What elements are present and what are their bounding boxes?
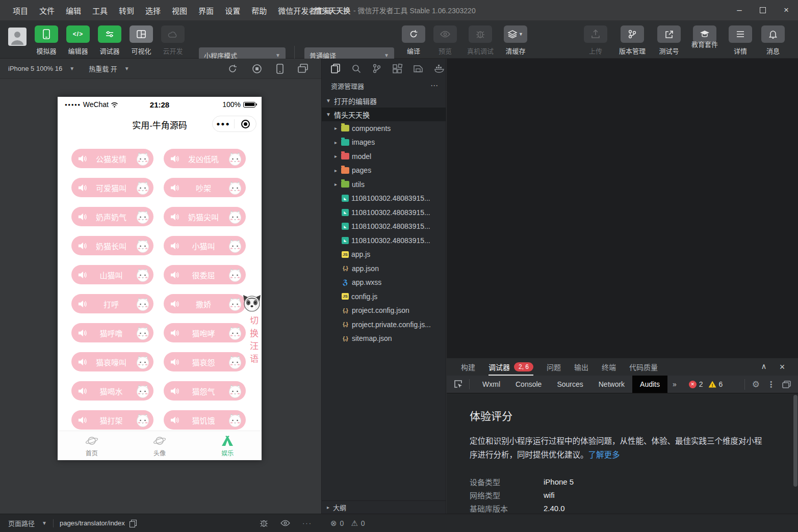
husky-floating-button[interactable] bbox=[242, 294, 262, 314]
menu-item[interactable]: 文件 bbox=[34, 5, 60, 16]
tree-item[interactable]: project.private.config.js... bbox=[322, 317, 446, 332]
tree-item[interactable]: project.config.json bbox=[322, 304, 446, 318]
preview-eye-icon[interactable] bbox=[280, 520, 290, 526]
save-panel-icon[interactable] bbox=[414, 64, 423, 73]
more-actions-icon[interactable]: ⋯ bbox=[430, 81, 439, 90]
dock-side-icon[interactable] bbox=[782, 381, 791, 388]
menu-item[interactable]: 设置 bbox=[219, 5, 246, 16]
sound-button[interactable]: 吵架 bbox=[164, 178, 246, 197]
device-select[interactable]: iPhone 5 100% 16▼ bbox=[8, 65, 74, 72]
console-counts[interactable]: ✕ 2 ! 6 bbox=[689, 380, 723, 388]
files-icon[interactable] bbox=[331, 64, 340, 73]
toolbar-version[interactable]: 版本管理 bbox=[615, 25, 649, 56]
sound-button[interactable]: 猫怨气 bbox=[164, 381, 246, 401]
toolbar-messages[interactable]: 消息 bbox=[760, 25, 786, 56]
panel-tab-quality[interactable]: 代码质量 bbox=[629, 358, 658, 376]
panel-tab-build[interactable]: 构建 bbox=[461, 358, 475, 376]
close-panel-button[interactable]: × bbox=[776, 362, 789, 373]
sound-button[interactable]: 可爱猫叫 bbox=[71, 178, 153, 197]
page-path-select[interactable]: 页面路径▼ bbox=[8, 518, 47, 528]
device-frame-icon[interactable] bbox=[276, 64, 284, 74]
menu-item[interactable]: 帮助 bbox=[246, 5, 272, 16]
panel-tab-issues[interactable]: 问题 bbox=[547, 358, 561, 376]
panel-tab-output[interactable]: 输出 bbox=[574, 358, 588, 376]
tree-item[interactable]: app.js bbox=[322, 248, 446, 262]
toolbar-test-account[interactable]: 测试号 bbox=[656, 25, 682, 56]
sound-button[interactable]: 猫喝水 bbox=[71, 381, 153, 401]
scrollbar[interactable] bbox=[793, 395, 797, 512]
tree-item[interactable]: app.json bbox=[322, 261, 446, 276]
tree-item[interactable]: app.wxss bbox=[322, 276, 446, 290]
sound-button[interactable]: 公猫发情 bbox=[71, 149, 153, 168]
tab-avatar[interactable]: 头像 bbox=[125, 431, 193, 460]
extensions-icon[interactable] bbox=[393, 64, 402, 73]
inspect-element-icon[interactable] bbox=[447, 379, 470, 389]
learn-more-link[interactable]: 了解更多 bbox=[588, 450, 620, 459]
sound-button[interactable]: 打呼 bbox=[71, 294, 153, 313]
tree-item[interactable]: ▸ images bbox=[322, 136, 446, 150]
panel-tab-terminal[interactable]: 终端 bbox=[602, 358, 616, 376]
kebab-menu-icon[interactable]: ⋮ bbox=[767, 380, 775, 389]
tree-item[interactable]: ▸ pages bbox=[322, 164, 446, 178]
toolbar-editor[interactable]: </> 编辑器 bbox=[65, 25, 91, 56]
sound-button[interactable]: 很委屈 bbox=[164, 265, 246, 284]
collapse-panel-button[interactable]: ∧ bbox=[757, 362, 770, 373]
sound-button[interactable]: 小猫叫 bbox=[164, 236, 246, 255]
docker-icon[interactable] bbox=[434, 65, 445, 73]
menu-item[interactable]: 转到 bbox=[113, 5, 140, 16]
toolbar-clear-cache[interactable]: ▼ 清缓存 bbox=[503, 25, 528, 56]
sound-button[interactable]: 猫哀嚎叫 bbox=[71, 352, 153, 371]
devtools-tab[interactable]: Console bbox=[508, 376, 549, 393]
section-project-root[interactable]: ▼ 情头天天换 bbox=[322, 108, 446, 121]
sound-button[interactable]: 奶猫尖叫 bbox=[164, 207, 246, 226]
tree-item[interactable]: ▸ model bbox=[322, 149, 446, 164]
menu-item[interactable]: 选择 bbox=[140, 5, 166, 16]
tree-item[interactable]: sitemap.json bbox=[322, 332, 446, 346]
multi-window-icon[interactable] bbox=[298, 64, 308, 73]
devtools-tab[interactable]: Wxml bbox=[475, 376, 508, 393]
toolbar-edu[interactable]: 教育套件 bbox=[689, 25, 720, 56]
stop-icon[interactable] bbox=[252, 64, 262, 74]
devtools-tab[interactable]: Network bbox=[591, 376, 632, 393]
toolbar-debugger[interactable]: 调试器 bbox=[97, 25, 122, 56]
sound-button[interactable]: 奶声奶气 bbox=[71, 207, 153, 226]
tree-item[interactable]: config.js bbox=[322, 289, 446, 304]
debug-status-icon[interactable] bbox=[260, 519, 268, 527]
sound-button[interactable]: 猫呼噜 bbox=[71, 323, 153, 342]
restart-icon[interactable] bbox=[227, 64, 238, 74]
tree-item[interactable]: 1108100302.48083915... bbox=[322, 205, 446, 220]
search-icon[interactable] bbox=[352, 64, 361, 73]
menu-item[interactable]: 工具 bbox=[87, 5, 113, 16]
sound-button[interactable]: 猫打架 bbox=[71, 410, 153, 430]
source-control-icon[interactable] bbox=[373, 64, 381, 73]
avatar[interactable] bbox=[8, 28, 27, 46]
close-button[interactable]: × bbox=[775, 0, 798, 20]
sound-button[interactable]: 猫哀怨 bbox=[164, 352, 246, 371]
menu-item[interactable]: 项目 bbox=[7, 5, 34, 16]
switch-dog-language-button[interactable]: 切换汪语 bbox=[247, 316, 260, 367]
toolbar-visual[interactable]: 可视化 bbox=[128, 25, 154, 56]
panel-tab-debugger[interactable]: 调试器 2, 6 bbox=[488, 358, 533, 376]
menu-item[interactable]: 编辑 bbox=[60, 5, 87, 16]
toolbar-details[interactable]: 详情 bbox=[728, 25, 753, 56]
more-dots-icon[interactable]: ●●● bbox=[213, 120, 234, 127]
section-open-editors[interactable]: ▼ 打开的编辑器 bbox=[322, 94, 446, 108]
sound-button[interactable]: 山猫叫 bbox=[71, 265, 153, 284]
toolbar-compile[interactable]: 编译 bbox=[401, 25, 426, 56]
minimize-button[interactable]: – bbox=[728, 0, 751, 20]
menu-item[interactable]: 视图 bbox=[166, 5, 193, 16]
devtools-tab[interactable]: Audits bbox=[632, 376, 667, 393]
more-tabs-icon[interactable]: » bbox=[667, 380, 682, 388]
tree-item[interactable]: 1108100302.48083915... bbox=[322, 233, 446, 248]
toolbar-simulator[interactable]: 模拟器 bbox=[34, 25, 59, 56]
sound-button[interactable]: 发凶低吼 bbox=[164, 149, 246, 168]
sound-button[interactable]: 猫咆哮 bbox=[164, 323, 246, 342]
section-outline[interactable]: ▸ 大纲 bbox=[322, 500, 446, 514]
sound-button[interactable]: 猫饥饿 bbox=[164, 410, 246, 430]
sound-button[interactable]: 奶猫长叫 bbox=[71, 236, 153, 255]
settings-gear-icon[interactable]: ⚙ bbox=[752, 379, 760, 390]
tree-item[interactable]: ▸ utils bbox=[322, 177, 446, 192]
tree-item[interactable]: 1108100302.48083915... bbox=[322, 192, 446, 206]
tab-home[interactable]: 首页 bbox=[58, 431, 125, 460]
tab-fun[interactable]: 娱乐 bbox=[194, 431, 262, 460]
